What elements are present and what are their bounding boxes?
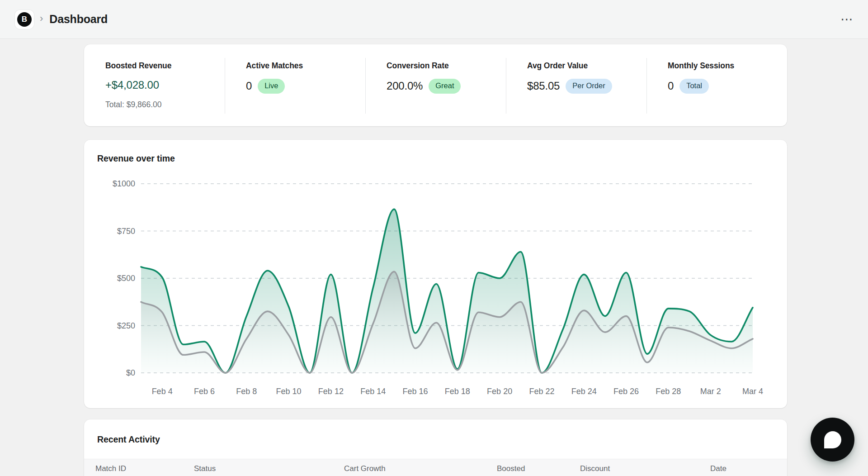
svg-text:$750: $750 xyxy=(117,227,135,236)
stat-label: Active Matches xyxy=(246,61,361,71)
column-header-status: Status xyxy=(194,464,344,476)
chat-widget-button[interactable] xyxy=(811,418,854,462)
stat-label: Avg Order Value xyxy=(527,61,642,71)
svg-text:Feb 8: Feb 8 xyxy=(236,387,257,396)
svg-text:Feb 6: Feb 6 xyxy=(194,387,215,396)
svg-text:Feb 4: Feb 4 xyxy=(152,387,173,396)
stat-label: Monthly Sessions xyxy=(668,61,783,71)
chat-bubble-icon xyxy=(824,431,841,448)
stat-subtext: Total: $9,866.00 xyxy=(105,100,220,109)
svg-text:Mar 2: Mar 2 xyxy=(700,387,721,396)
column-header-boosted: Boosted xyxy=(497,464,580,476)
app-logo[interactable]: B xyxy=(15,10,34,29)
recent-activity-title: Recent Activity xyxy=(84,419,787,445)
svg-text:Feb 10: Feb 10 xyxy=(276,387,302,396)
svg-text:Feb 18: Feb 18 xyxy=(445,387,470,396)
svg-text:Feb 22: Feb 22 xyxy=(529,387,554,396)
breadcrumb-chevron-icon: › xyxy=(40,14,43,25)
stat-label: Boosted Revenue xyxy=(105,61,220,71)
svg-text:Feb 12: Feb 12 xyxy=(318,387,344,396)
stat-label: Conversion Rate xyxy=(387,61,501,71)
stat-badge: Live xyxy=(258,79,285,94)
column-header-match-id: Match ID xyxy=(95,464,194,476)
svg-text:Feb 20: Feb 20 xyxy=(487,387,512,396)
svg-text:Mar 4: Mar 4 xyxy=(742,387,763,396)
stat-cell-conversion-rate: Conversion Rate200.0%Great xyxy=(365,44,506,126)
stat-value: 0 xyxy=(668,80,674,92)
app-logo-icon: B xyxy=(17,12,32,27)
revenue-area-chart: $0$250$500$750$1000Feb 4Feb 6Feb 8Feb 10… xyxy=(84,171,787,404)
stat-badge: Great xyxy=(429,79,461,94)
stat-cell-monthly-sessions: Monthly Sessions0Total xyxy=(646,44,787,126)
main-content: Boosted Revenue+$4,028.00Total: $9,866.0… xyxy=(84,44,787,476)
column-header-discount: Discount xyxy=(580,464,710,476)
svg-text:Feb 14: Feb 14 xyxy=(360,387,386,396)
svg-text:$0: $0 xyxy=(126,368,135,377)
page-title: Dashboard xyxy=(49,13,108,26)
svg-text:$1000: $1000 xyxy=(113,179,135,188)
column-header-date: Date xyxy=(710,464,787,476)
stat-value: +$4,028.00 xyxy=(105,79,159,91)
svg-text:Feb 24: Feb 24 xyxy=(571,387,597,396)
svg-text:Feb 16: Feb 16 xyxy=(402,387,428,396)
stat-badge: Total xyxy=(679,79,709,94)
revenue-chart-svg: $0$250$500$750$1000Feb 4Feb 6Feb 8Feb 10… xyxy=(84,171,787,402)
chart-title: Revenue over time xyxy=(97,153,787,164)
svg-text:Feb 28: Feb 28 xyxy=(656,387,681,396)
stat-cell-avg-order-value: Avg Order Value$85.05Per Order xyxy=(506,44,646,126)
stat-cell-boosted-revenue: Boosted Revenue+$4,028.00Total: $9,866.0… xyxy=(84,44,225,126)
topbar: B › Dashboard ⋯ xyxy=(0,0,868,39)
overflow-menu-button[interactable]: ⋯ xyxy=(840,13,854,26)
revenue-chart-card: Revenue over time $0$250$500$750$1000Feb… xyxy=(84,140,787,408)
recent-activity-card: Recent Activity Match IDStatusCart Growt… xyxy=(84,419,787,476)
stat-value: $85.05 xyxy=(527,80,560,92)
stats-card: Boosted Revenue+$4,028.00Total: $9,866.0… xyxy=(84,44,787,126)
column-header-cart-growth: Cart Growth xyxy=(344,464,497,476)
activity-table-header-row: Match IDStatusCart GrowthBoostedDiscount… xyxy=(84,459,787,476)
svg-text:Feb 26: Feb 26 xyxy=(613,387,639,396)
svg-text:$250: $250 xyxy=(117,321,135,330)
stat-value: 200.0% xyxy=(387,80,423,92)
svg-text:$500: $500 xyxy=(117,274,135,283)
stat-value: 0 xyxy=(246,80,252,92)
stat-cell-active-matches: Active Matches0Live xyxy=(225,44,365,126)
stat-badge: Per Order xyxy=(566,79,612,94)
